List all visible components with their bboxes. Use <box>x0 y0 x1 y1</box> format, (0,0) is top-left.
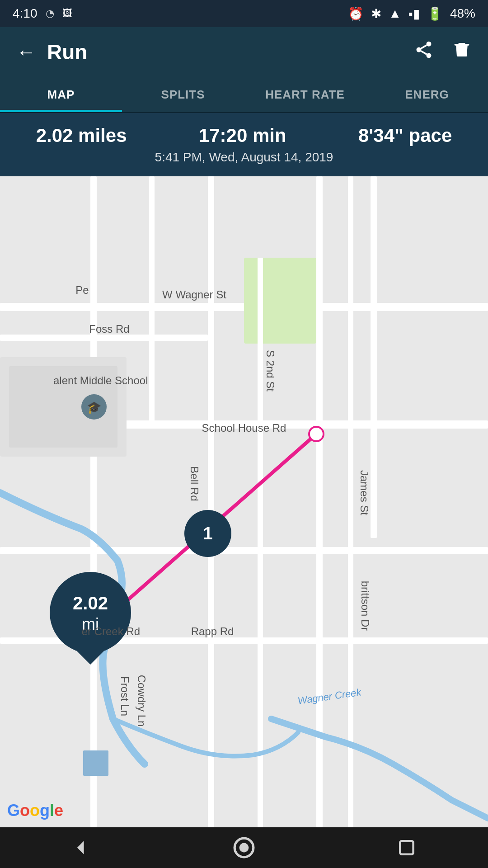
activity-datetime: 5:41 PM, Wed, August 14, 2019 <box>155 150 333 165</box>
svg-text:Cowdry Ln: Cowdry Ln <box>136 675 148 727</box>
map-svg: 1 2.02 mi W Wagner St Foss Rd alent Midd… <box>0 176 488 827</box>
svg-point-26 <box>313 431 319 437</box>
nav-back-button[interactable] <box>63 830 99 866</box>
svg-text:Frost Ln: Frost Ln <box>119 676 131 716</box>
page-title: Run <box>47 40 87 64</box>
wifi-icon: ▲ <box>389 6 401 21</box>
image-icon: 🖼 <box>62 8 72 19</box>
svg-rect-12 <box>90 176 97 827</box>
svg-text:S 2nd St: S 2nd St <box>264 350 277 392</box>
battery-percent: 48% <box>450 6 475 21</box>
svg-text:er Creek Rd: er Creek Rd <box>82 625 140 637</box>
svg-text:2.02: 2.02 <box>73 593 108 613</box>
svg-rect-13 <box>208 176 214 827</box>
svg-text:brittson Dr: brittson Dr <box>359 581 371 631</box>
status-right: ⏰ ✱ ▲ ▪▮ 🔋 48% <box>348 6 475 21</box>
svg-line-3 <box>421 51 427 54</box>
svg-rect-17 <box>0 335 208 341</box>
header-actions <box>414 40 472 64</box>
nav-recent-button[interactable] <box>389 830 425 866</box>
svg-text:🎓: 🎓 <box>87 400 102 415</box>
svg-rect-21 <box>258 258 263 827</box>
share-button[interactable] <box>414 40 434 64</box>
signal-icon: ▪▮ <box>408 6 420 21</box>
stats-bar: 2.02 miles 17:20 min 8'34" pace 5:41 PM,… <box>0 113 488 176</box>
svg-point-2 <box>427 53 432 58</box>
pace-stat: 8'34" pace <box>358 125 452 146</box>
svg-text:James St: James St <box>358 470 371 515</box>
svg-text:alent Middle School: alent Middle School <box>53 374 148 387</box>
status-left: 4:10 ◔ 🖼 <box>13 6 72 21</box>
svg-point-0 <box>427 42 432 47</box>
google-logo: G o o g l e <box>7 801 63 820</box>
svg-text:School House Rd: School House Rd <box>202 422 286 434</box>
svg-rect-52 <box>400 841 413 854</box>
delete-button[interactable] <box>452 40 472 64</box>
svg-rect-16 <box>244 258 316 344</box>
nav-home-button[interactable] <box>226 830 262 866</box>
svg-rect-20 <box>149 176 155 425</box>
status-time: 4:10 <box>13 6 38 21</box>
map-container[interactable]: 1 2.02 mi W Wagner St Foss Rd alent Midd… <box>0 176 488 827</box>
svg-marker-49 <box>77 841 84 854</box>
svg-rect-22 <box>348 176 353 827</box>
tab-splits[interactable]: SPLITS <box>122 77 244 112</box>
svg-text:1: 1 <box>203 524 212 543</box>
svg-rect-23 <box>83 750 108 776</box>
svg-rect-15 <box>371 176 377 538</box>
data-icon: ◔ <box>46 8 54 19</box>
stats-row: 2.02 miles 17:20 min 8'34" pace <box>0 125 488 146</box>
svg-text:Rapp Rd: Rapp Rd <box>191 625 234 637</box>
alarm-icon: ⏰ <box>348 6 364 21</box>
battery-icon: 🔋 <box>427 6 443 21</box>
svg-point-1 <box>417 47 422 52</box>
header: ← Run <box>0 27 488 77</box>
bluetooth-icon: ✱ <box>371 6 381 21</box>
svg-text:W Wagner St: W Wagner St <box>162 288 226 301</box>
tab-bar: MAP SPLITS HEART RATE ENERG <box>0 77 488 113</box>
tab-map[interactable]: MAP <box>0 77 122 112</box>
status-bar: 4:10 ◔ 🖼 ⏰ ✱ ▲ ▪▮ 🔋 48% <box>0 0 488 27</box>
header-left: ← Run <box>16 40 87 64</box>
back-button[interactable]: ← <box>16 41 36 63</box>
bottom-nav <box>0 827 488 868</box>
svg-point-51 <box>239 843 249 853</box>
tab-heart-rate[interactable]: HEART RATE <box>244 77 366 112</box>
svg-text:Foss Rd: Foss Rd <box>89 323 129 335</box>
duration-stat: 17:20 min <box>199 125 286 146</box>
distance-stat: 2.02 miles <box>36 125 127 146</box>
tab-energy[interactable]: ENERG <box>366 77 488 112</box>
svg-rect-14 <box>316 176 323 827</box>
svg-text:Bell Rd: Bell Rd <box>188 466 201 501</box>
svg-rect-10 <box>0 547 488 554</box>
svg-line-4 <box>421 45 427 48</box>
svg-text:Pe: Pe <box>75 284 89 296</box>
svg-rect-6 <box>455 44 469 46</box>
